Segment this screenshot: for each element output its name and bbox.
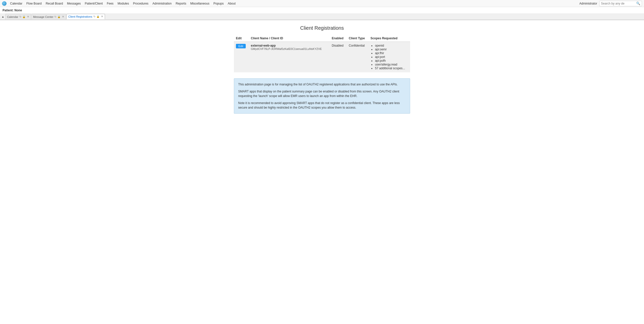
scope-item: api:port bbox=[375, 55, 408, 59]
info-box: This administration page is for managing… bbox=[234, 78, 410, 114]
tab-bar: ▲ Calendar ↻ 🔒 ✕ Message Center ↻ 🔒 ✕ Cl… bbox=[0, 14, 644, 20]
patient-label: Patient: None bbox=[3, 9, 22, 12]
tab-client-registrations-close-icon[interactable]: ✕ bbox=[101, 15, 103, 18]
search-input[interactable] bbox=[601, 2, 636, 5]
tab-calendar[interactable]: Calendar ↻ 🔒 ✕ bbox=[5, 14, 31, 19]
tab-calendar-lock-icon: 🔒 bbox=[22, 15, 25, 18]
col-header-client-type: Client Type bbox=[347, 35, 368, 42]
info-paragraph-2: SMART apps that display on the patient s… bbox=[238, 89, 406, 98]
client-name: external-web-app bbox=[251, 44, 328, 47]
admin-label: Administrator bbox=[579, 2, 597, 5]
tab-calendar-close-icon[interactable]: ✕ bbox=[27, 15, 29, 18]
main-content: Client Registrations Edit Client Name / … bbox=[0, 20, 644, 119]
scope-item-additional: 57 additional scopes... bbox=[375, 67, 408, 70]
nav-item-reports[interactable]: Reports bbox=[174, 0, 188, 7]
nav-item-popups[interactable]: Popups bbox=[211, 0, 226, 7]
client-id: GMydCVF76LP-3ORWaI5zKaIE0C1senua01LuNsKY… bbox=[251, 47, 328, 50]
edit-cell: Edit bbox=[234, 42, 249, 73]
tab-calendar-label: Calendar bbox=[7, 15, 18, 18]
app-logo bbox=[2, 1, 7, 6]
enabled-cell: Disabled bbox=[330, 42, 347, 73]
tab-client-registrations[interactable]: Client Registrations ↻ 🔒 ✕ bbox=[66, 14, 105, 19]
scope-item: api:oemr bbox=[375, 48, 408, 51]
scope-item: openid bbox=[375, 44, 408, 47]
nav-right: Administrator 🔍 bbox=[579, 1, 642, 6]
enabled-status: Disabled bbox=[332, 44, 344, 47]
nav-item-procedures[interactable]: Procedures bbox=[131, 0, 150, 7]
page-title: Client Registrations bbox=[10, 25, 634, 31]
nav-item-messages[interactable]: Messages bbox=[65, 0, 83, 7]
edit-button[interactable]: Edit bbox=[236, 44, 246, 48]
scopes-cell: openid api:oemr api:fhir api:port api:po… bbox=[368, 42, 410, 73]
nav-item-flow-board[interactable]: Flow Board bbox=[24, 0, 44, 7]
nav-menu: Calendar Flow Board Recall Board Message… bbox=[8, 0, 579, 7]
tab-client-registrations-label: Client Registrations bbox=[68, 15, 92, 18]
col-header-scopes: Scopes Requested bbox=[368, 35, 410, 42]
registrations-table: Edit Client Name / Client ID Enabled Cli… bbox=[234, 35, 410, 72]
col-header-edit: Edit bbox=[234, 35, 249, 42]
nav-item-patient-client[interactable]: Patient/Client bbox=[83, 0, 105, 7]
nav-item-modules[interactable]: Modules bbox=[116, 0, 131, 7]
info-paragraph-1: This administration page is for managing… bbox=[238, 82, 406, 87]
patient-bar: Patient: None bbox=[0, 7, 644, 14]
nav-item-recall-board[interactable]: Recall Board bbox=[44, 0, 65, 7]
tab-calendar-refresh-icon[interactable]: ↻ bbox=[19, 15, 21, 18]
tab-message-center[interactable]: Message Center ↻ 🔒 ✕ bbox=[31, 14, 66, 19]
client-name-cell: external-web-app GMydCVF76LP-3ORWaI5zKaI… bbox=[249, 42, 330, 73]
nav-item-calendar[interactable]: Calendar bbox=[8, 0, 24, 7]
search-bar: 🔍 bbox=[599, 1, 642, 6]
tab-message-center-refresh-icon[interactable]: ↻ bbox=[54, 15, 56, 18]
tab-message-center-lock-icon: 🔒 bbox=[57, 15, 60, 18]
scope-item: api:fhir bbox=[375, 51, 408, 55]
nav-item-fees[interactable]: Fees bbox=[105, 0, 116, 7]
scopes-list: openid api:oemr api:fhir api:port api:po… bbox=[370, 44, 408, 70]
tab-client-registrations-refresh-icon[interactable]: ↻ bbox=[93, 15, 95, 18]
col-header-client-name: Client Name / Client ID bbox=[249, 35, 330, 42]
tab-client-registrations-lock-icon: 🔒 bbox=[96, 15, 99, 18]
table-row: Edit external-web-app GMydCVF76LP-3ORWaI… bbox=[234, 42, 410, 73]
tab-message-center-close-icon[interactable]: ✕ bbox=[62, 15, 64, 18]
top-navigation: Calendar Flow Board Recall Board Message… bbox=[0, 0, 644, 7]
search-icon[interactable]: 🔍 bbox=[636, 2, 640, 5]
nav-item-miscellaneous[interactable]: Miscellaneous bbox=[188, 0, 211, 7]
scope-item: api:pofh bbox=[375, 59, 408, 62]
client-type-cell: Confidential bbox=[347, 42, 368, 73]
col-header-enabled: Enabled bbox=[330, 35, 347, 42]
nav-item-about[interactable]: About bbox=[226, 0, 237, 7]
tab-message-center-label: Message Center bbox=[33, 15, 54, 18]
client-type: Confidential bbox=[349, 44, 365, 47]
scope-item: user/allergy.read bbox=[375, 63, 408, 66]
nav-item-administration[interactable]: Administration bbox=[151, 0, 174, 7]
collapse-button[interactable]: ▲ bbox=[2, 15, 4, 18]
info-paragraph-3: Note it is recommended to avoid approvin… bbox=[238, 101, 406, 110]
